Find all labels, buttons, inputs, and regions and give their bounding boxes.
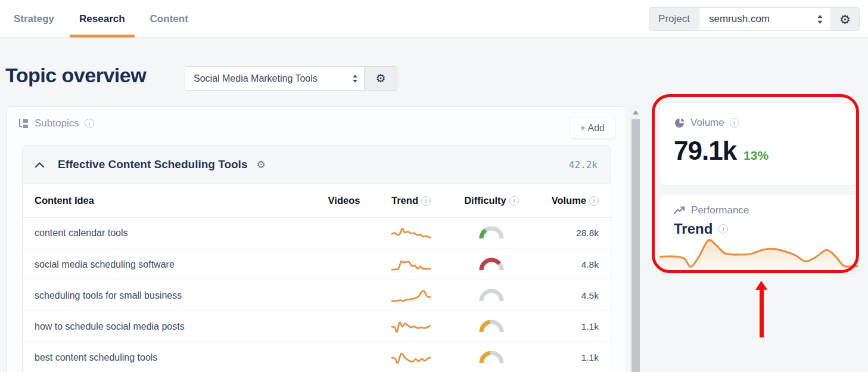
volume-value: 79.1k xyxy=(674,136,736,166)
volume-value: 1.1k xyxy=(581,352,599,362)
trend-sparkline xyxy=(390,349,433,367)
content-idea-cell[interactable]: best content scheduling tools xyxy=(35,352,316,363)
header-trend: Trend xyxy=(372,195,450,206)
subtopics-label: Subtopics xyxy=(35,117,79,129)
content-idea-cell[interactable]: social media scheduling software xyxy=(35,259,316,270)
volume-cell: 1.1k xyxy=(533,352,599,363)
volume-value: 28.8k xyxy=(576,228,599,238)
trend-sparkline xyxy=(390,224,433,242)
volume-change-badge: 13% xyxy=(743,148,769,163)
performance-trend-title: Trend xyxy=(674,221,713,237)
table-row[interactable]: content calendar tools 28.8k xyxy=(23,218,611,249)
project-settings-button[interactable] xyxy=(831,8,859,30)
content-idea-text: content calendar tools xyxy=(35,228,128,238)
performance-trend-chart xyxy=(659,235,858,274)
scrollbar-up-button[interactable] xyxy=(630,106,641,118)
header-difficulty: Difficulty xyxy=(450,195,533,206)
info-icon[interactable] xyxy=(421,196,431,206)
volume-card-label: Volume xyxy=(690,117,724,129)
trend-cell xyxy=(372,287,450,305)
table-header-row: Content Idea Videos Trend Difficulty Vol… xyxy=(23,184,611,218)
content-idea-text: social media scheduling software xyxy=(35,259,175,269)
trend-cell xyxy=(372,318,450,336)
volume-cell: 1.1k xyxy=(533,321,599,332)
select-updown-icon xyxy=(352,74,358,83)
volume-value: 1.1k xyxy=(581,321,599,331)
topic-select[interactable]: Social Media Marketing Tools xyxy=(185,67,364,90)
table-row[interactable]: best content scheduling tools 1.1k xyxy=(23,342,611,372)
trend-sparkline xyxy=(390,287,433,305)
difficulty-gauge xyxy=(478,226,505,240)
trend-sparkline xyxy=(390,318,433,336)
subtopics-tree-icon xyxy=(17,117,29,129)
volume-value: 4.8k xyxy=(581,259,599,269)
volume-card: Volume 79.1k 13% xyxy=(659,103,858,185)
project-select-value: semrush.com xyxy=(709,13,770,25)
content-idea-text: how to schedule social media posts xyxy=(35,321,185,331)
table-row[interactable]: social media scheduling software 4.8k xyxy=(23,249,611,280)
content-idea-cell[interactable]: content calendar tools xyxy=(35,228,316,238)
scrollbar-thumb[interactable] xyxy=(631,119,640,372)
topic-settings-button[interactable] xyxy=(364,67,397,90)
info-icon[interactable] xyxy=(730,118,739,128)
trend-cell xyxy=(372,349,450,367)
project-label: Project xyxy=(649,8,699,30)
tab-research[interactable]: Research xyxy=(79,0,125,38)
info-icon[interactable] xyxy=(509,196,519,206)
difficulty-cell xyxy=(450,289,533,303)
performance-card-label: Performance xyxy=(691,204,749,216)
select-updown-icon xyxy=(817,14,823,24)
info-icon[interactable] xyxy=(85,119,94,128)
performance-card-header: Performance xyxy=(674,204,844,216)
vertical-scrollbar xyxy=(630,106,641,372)
subtopics-header: Subtopics xyxy=(17,117,94,129)
accordion-title: Effective Content Scheduling Tools xyxy=(58,158,247,171)
top-navigation-bar: Strategy Research Content Project semrus… xyxy=(0,0,868,38)
content-idea-cell[interactable]: scheduling tools for small business xyxy=(35,290,316,301)
volume-cell: 4.5k xyxy=(533,290,599,301)
chevron-up-icon xyxy=(35,162,45,168)
table-row[interactable]: how to schedule social media posts 1.1k xyxy=(23,311,611,342)
header-volume: Volume xyxy=(533,195,599,206)
accordion-settings-icon[interactable] xyxy=(256,160,265,170)
volume-cell: 28.8k xyxy=(533,228,599,238)
difficulty-cell xyxy=(450,320,533,334)
performance-card: Performance Trend xyxy=(659,194,858,274)
trend-cell xyxy=(372,224,450,242)
header-content-idea: Content Idea xyxy=(35,195,316,206)
info-icon[interactable] xyxy=(718,224,728,234)
gear-icon xyxy=(375,73,385,84)
add-subtopic-button[interactable]: + Add xyxy=(570,117,615,139)
trend-up-icon xyxy=(674,206,686,215)
header-videos: Videos xyxy=(316,195,372,206)
accordion-header[interactable]: Effective Content Scheduling Tools 42.2k xyxy=(23,145,611,184)
content-idea-text: best content scheduling tools xyxy=(35,352,157,362)
volume-card-header: Volume xyxy=(674,117,844,129)
difficulty-cell xyxy=(450,351,533,365)
difficulty-gauge xyxy=(478,351,505,365)
trend-sparkline xyxy=(390,256,433,274)
difficulty-gauge xyxy=(478,289,505,303)
table-body: content calendar tools 28.8k social medi… xyxy=(23,218,611,372)
info-icon[interactable] xyxy=(589,196,599,206)
topic-selector-group: Social Media Marketing Tools xyxy=(185,66,397,91)
performance-title-row: Trend xyxy=(674,221,844,237)
app-window: Strategy Research Content Project semrus… xyxy=(0,0,868,372)
difficulty-gauge xyxy=(478,320,505,334)
volume-value: 4.5k xyxy=(581,290,599,300)
subtopics-panel: Subtopics + Add Effective Content Schedu… xyxy=(6,106,626,372)
content-idea-cell[interactable]: how to schedule social media posts xyxy=(35,321,316,332)
project-select[interactable]: semrush.com xyxy=(699,8,831,30)
difficulty-cell xyxy=(450,258,533,272)
difficulty-cell xyxy=(450,226,533,240)
pie-chart-icon xyxy=(674,117,685,129)
tab-strategy[interactable]: Strategy xyxy=(14,0,54,38)
trend-cell xyxy=(372,256,450,274)
page-title: Topic overview xyxy=(5,64,146,87)
volume-cell: 4.8k xyxy=(533,259,599,270)
accordion-total-volume: 42.2k xyxy=(569,159,598,170)
table-row[interactable]: scheduling tools for small business 4.5k xyxy=(23,280,611,311)
tab-content[interactable]: Content xyxy=(150,0,188,38)
gear-icon xyxy=(839,13,851,26)
subtopic-accordion: Effective Content Scheduling Tools 42.2k… xyxy=(22,145,611,372)
